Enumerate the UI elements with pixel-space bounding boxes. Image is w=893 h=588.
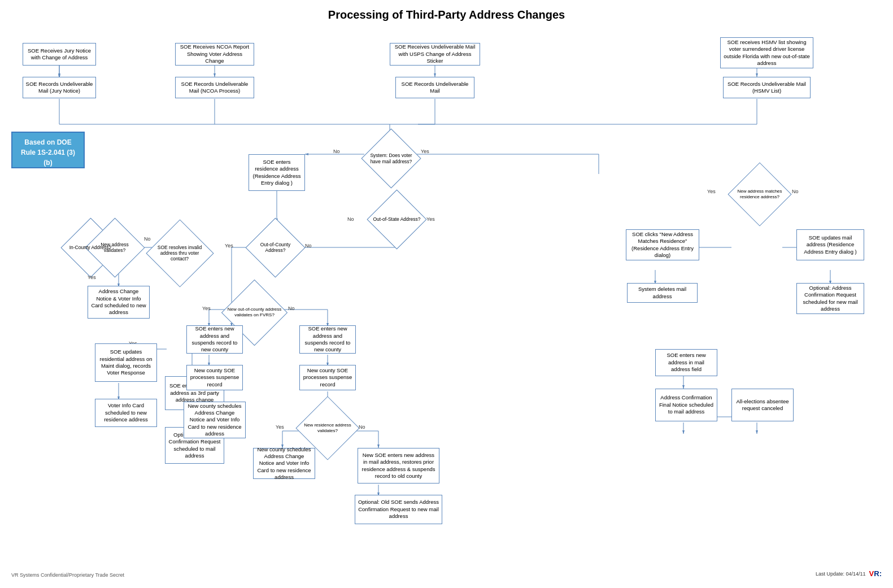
box-newcounty-schedule-left: New county schedules Address Change Noti… xyxy=(184,402,246,438)
box-usps-mail: SOE Receives Undeliverable Mail with USP… xyxy=(390,43,480,66)
box-enters-residence: SOE enters residence address (Residence … xyxy=(249,154,305,191)
box-ncoa-report: SOE Receives NCOA Report Showing Voter A… xyxy=(175,43,254,66)
box-enters-suspends-left: SOE enters new address and suspends reco… xyxy=(186,325,243,354)
vr-logo: VR: xyxy=(869,569,882,578)
label-newres-yes: Yes xyxy=(276,424,284,430)
main-container: Processing of Third-Party Address Change… xyxy=(0,0,893,588)
box-enters-suspends-right: SOE enters new address and suspends reco… xyxy=(299,325,356,354)
diamond-matches-res: New address matches residence address? xyxy=(731,167,788,221)
box-newcounty-schedule-right: New county schedules Address Change Noti… xyxy=(253,448,315,479)
label-system-yes: Yes xyxy=(421,149,429,154)
label-outcounty-yes: Yes xyxy=(225,243,233,249)
box-clicks-matches: SOE clicks "New Address Matches Residenc… xyxy=(626,229,699,260)
box-deletes-mail: System deletes mail address xyxy=(627,283,698,303)
box-newcounty-suspense-right: New county SOE processes suspense record xyxy=(299,365,356,390)
label-outcounty-no: No xyxy=(305,243,312,249)
label-newcounty-no: No xyxy=(288,306,295,311)
box-confirm-new-mail: Optional: Address Confirmation Request s… xyxy=(796,283,864,314)
box-updates-mail: SOE updates mail address (Residence Addr… xyxy=(796,229,864,260)
diamond-validates: New address validates? xyxy=(89,222,140,273)
box-newcounty-suspense-left: New county SOE processes suspense record xyxy=(186,365,243,390)
box-jury-mail: SOE Records Undeliverable Mail (Jury Not… xyxy=(23,77,96,98)
label-system-no: No xyxy=(333,149,340,154)
diamond-out-county: Out-of-County Address? xyxy=(249,222,302,273)
box-hsmv-list: SOE receives HSMV list showing voter sur… xyxy=(720,37,813,68)
flowchart-area: Based on DOE Rule 1S-2.041 (3) (b) SOE R… xyxy=(6,27,887,581)
label-matches-no: No xyxy=(792,189,799,194)
box-ncoa-mail: SOE Records Undeliverable Mail (NCOA Pro… xyxy=(175,77,254,98)
box-jury-notice: SOE Receives Jury Notice with Change of … xyxy=(23,43,96,66)
box-hsmv-mail: SOE Records Undeliverable Mail (HSMV Lis… xyxy=(723,77,811,98)
diamond-system-mail: System: Does voter have mail address? xyxy=(364,132,418,185)
box-voter-info-card: Voter Info Card scheduled to new residen… xyxy=(95,399,157,427)
doe-rule-box: Based on DOE Rule 1S-2.041 (3) (b) xyxy=(11,132,85,168)
box-final-notice: Address Confirmation Final Notice schedu… xyxy=(655,389,717,421)
box-addr-change-notice: Address Change Notice & Voter Info Card … xyxy=(88,286,150,319)
box-absentee-canceled: All-elections absentee request canceled xyxy=(731,389,794,421)
footer-confidential: VR Systems Confidential/Proprietary Trad… xyxy=(11,572,124,578)
label-newres-no: No xyxy=(359,424,365,430)
diamond-resolves: SOE resolves invalid address thru voter … xyxy=(151,222,208,284)
box-soe-updates-res: SOE updates residential address on Maint… xyxy=(95,343,157,382)
box-usps-record: SOE Records Undeliverable Mail xyxy=(395,77,474,98)
box-newsoe-enters: New SOE enters new address in mail addre… xyxy=(358,448,439,484)
label-outstate-yes: Yes xyxy=(426,216,435,222)
label-matches-yes: Yes xyxy=(707,189,716,194)
diamond-out-state: Out-of-State Address? xyxy=(370,194,424,245)
footer-date: Last Update: 04/14/11 xyxy=(816,571,866,577)
page-title: Processing of Third-Party Address Change… xyxy=(6,8,887,21)
label-newcounty-yes: Yes xyxy=(202,306,211,311)
box-oldsoe-confirm: Optional: Old SOE sends Address Confirma… xyxy=(355,495,442,524)
label-outstate-no: No xyxy=(347,216,354,222)
footer-right: Last Update: 04/14/11 VR: xyxy=(816,569,882,578)
box-enters-mail-field: SOE enters new address in mail address f… xyxy=(655,349,717,376)
label-validates-yes: Yes xyxy=(88,275,96,280)
label-validates-no: No xyxy=(144,236,151,242)
